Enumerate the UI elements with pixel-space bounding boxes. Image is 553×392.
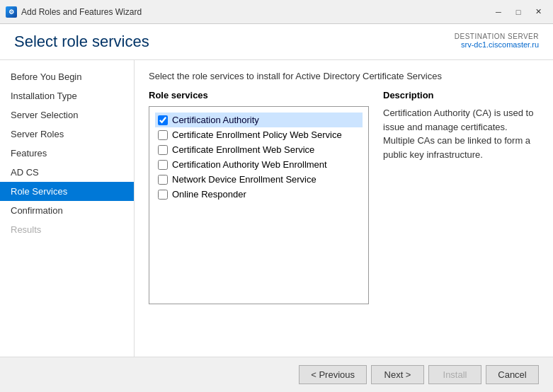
sidebar-item-results: Results: [0, 220, 134, 239]
title-bar: ⚙ Add Roles and Features Wizard ─ □ ✕: [0, 0, 553, 24]
sidebar-item-ad-cs[interactable]: AD CS: [0, 163, 134, 182]
page-header: Select role services DESTINATION SERVER …: [0, 24, 553, 60]
role-services-container: Role services Certification Authority Ce…: [149, 90, 539, 304]
close-button[interactable]: ✕: [529, 5, 547, 19]
label-online-responder: Online Responder: [172, 189, 246, 200]
sidebar-item-role-services[interactable]: Role Services: [0, 182, 134, 201]
sidebar-item-features[interactable]: Features: [0, 144, 134, 163]
label-network-device-enrollment: Network Device Enrollment Service: [172, 174, 317, 185]
footer: < Previous Next > Install Cancel: [0, 357, 553, 392]
sidebar-item-before-you-begin[interactable]: Before You Begin: [0, 67, 134, 86]
list-item-cert-authority-web-enrollment[interactable]: Certification Authority Web Enrollment: [155, 157, 363, 172]
window-title: Add Roles and Features Wizard: [21, 7, 142, 17]
description-text: Certification Authority (CA) is used to …: [383, 106, 539, 161]
label-cert-enrollment-web: Certificate Enrollment Web Service: [172, 144, 314, 155]
label-certification-authority: Certification Authority: [172, 115, 259, 125]
destination-server-name: srv-dc1.ciscomaster.ru: [455, 40, 539, 49]
checkbox-cert-authority-web-enrollment[interactable]: [158, 160, 168, 170]
label-cert-enrollment-policy-web: Certificate Enrollment Policy Web Servic…: [172, 129, 342, 140]
next-button[interactable]: Next >: [371, 365, 424, 384]
checkbox-cert-enrollment-web[interactable]: [158, 145, 168, 155]
list-item-network-device-enrollment[interactable]: Network Device Enrollment Service: [155, 172, 363, 187]
main-content: Select role services DESTINATION SERVER …: [0, 24, 553, 392]
destination-server-label: DESTINATION SERVER: [455, 33, 539, 40]
sidebar: Before You Begin Installation Type Serve…: [0, 60, 135, 357]
checkbox-online-responder[interactable]: [158, 190, 168, 200]
label-cert-authority-web-enrollment: Certification Authority Web Enrollment: [172, 159, 327, 170]
page-title: Select role services: [14, 33, 149, 51]
list-item-online-responder[interactable]: Online Responder: [155, 187, 363, 202]
destination-server-info: DESTINATION SERVER srv-dc1.ciscomaster.r…: [455, 33, 539, 49]
content-description: Select the role services to install for …: [149, 71, 539, 81]
list-item-cert-enrollment-policy-web[interactable]: Certificate Enrollment Policy Web Servic…: [155, 127, 363, 142]
install-button[interactable]: Install: [428, 365, 481, 384]
maximize-button[interactable]: □: [509, 5, 528, 19]
minimize-button[interactable]: ─: [489, 5, 508, 19]
window-controls: ─ □ ✕: [489, 5, 547, 19]
checkbox-list: Certification Authority Certificate Enro…: [149, 106, 369, 304]
sidebar-item-confirmation[interactable]: Confirmation: [0, 201, 134, 220]
list-item-certification-authority[interactable]: Certification Authority: [155, 113, 363, 127]
sidebar-item-installation-type[interactable]: Installation Type: [0, 86, 134, 105]
role-services-header: Role services: [149, 90, 369, 100]
description-header: Description: [383, 90, 539, 100]
previous-button[interactable]: < Previous: [299, 365, 367, 384]
cancel-button[interactable]: Cancel: [486, 365, 539, 384]
checkbox-cert-enrollment-policy-web[interactable]: [158, 130, 168, 140]
body-area: Before You Begin Installation Type Serve…: [0, 60, 553, 357]
role-services-left: Role services Certification Authority Ce…: [149, 90, 369, 304]
content-area: Select the role services to install for …: [135, 60, 553, 357]
sidebar-item-server-roles[interactable]: Server Roles: [0, 125, 134, 144]
role-services-right: Description Certification Authority (CA)…: [383, 90, 539, 304]
app-icon: ⚙: [6, 6, 17, 18]
list-item-cert-enrollment-web[interactable]: Certificate Enrollment Web Service: [155, 142, 363, 157]
checkbox-network-device-enrollment[interactable]: [158, 175, 168, 185]
sidebar-item-server-selection[interactable]: Server Selection: [0, 105, 134, 125]
checkbox-certification-authority[interactable]: [158, 115, 168, 125]
